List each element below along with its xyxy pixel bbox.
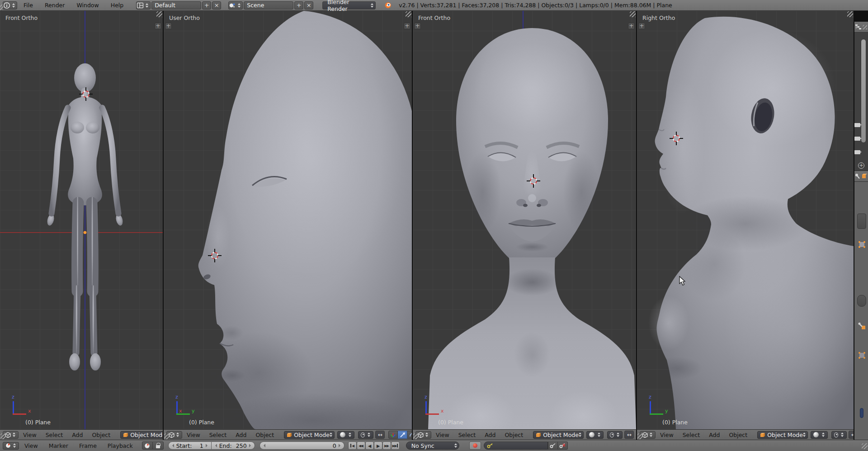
menu-window[interactable]: Window bbox=[71, 2, 104, 9]
mode-dropdown[interactable]: Object Mode bbox=[533, 431, 584, 439]
next-keyframe-button[interactable]: ▶▶ bbox=[382, 442, 391, 450]
outliner-body[interactable]: + bbox=[854, 33, 868, 171]
viewport-front-body[interactable]: Front Ortho z x (0) Plane + bbox=[0, 11, 164, 429]
viewport-shading-dropdown[interactable] bbox=[586, 431, 604, 439]
properties-capsule-widget[interactable] bbox=[857, 295, 866, 307]
area-corner-grip[interactable] bbox=[406, 11, 411, 17]
manipulator-toggle-button[interactable]: ↔ bbox=[624, 431, 634, 439]
area-corner-grip[interactable] bbox=[637, 433, 643, 439]
area-corner-grip[interactable] bbox=[156, 11, 162, 17]
render-engine-dropdown[interactable]: Blender Render bbox=[322, 1, 376, 9]
area-corner-grip[interactable] bbox=[862, 443, 868, 449]
menu-view[interactable]: View bbox=[19, 442, 43, 449]
translate-manipulator-button[interactable] bbox=[398, 431, 407, 439]
area-corner-grip[interactable] bbox=[0, 5, 3, 10]
preview-range-clock-button[interactable] bbox=[142, 442, 153, 450]
material-slot-widget[interactable] bbox=[860, 408, 863, 418]
mode-dropdown[interactable]: Object Mode bbox=[284, 431, 335, 439]
menu-playback[interactable]: Playback bbox=[102, 442, 138, 449]
menu-frame[interactable]: Frame bbox=[74, 442, 102, 449]
properties-stepper-widget[interactable] bbox=[857, 214, 866, 229]
delete-keyframe-button[interactable] bbox=[558, 442, 568, 450]
layout-delete-button[interactable]: × bbox=[212, 1, 221, 9]
increment-arrow-icon[interactable] bbox=[339, 444, 340, 447]
area-corner-grip[interactable] bbox=[164, 433, 170, 439]
lock-time-button[interactable] bbox=[153, 442, 164, 450]
scene-name-field[interactable]: Scene bbox=[244, 1, 293, 9]
auto-keyframe-record-button[interactable] bbox=[469, 442, 481, 450]
play-button[interactable]: ▶ bbox=[374, 442, 382, 450]
pivot-point-dropdown[interactable] bbox=[607, 431, 623, 439]
scene-icon-button[interactable] bbox=[228, 1, 243, 9]
decrement-arrow-icon[interactable] bbox=[215, 444, 217, 447]
jump-to-end-button[interactable]: ▶▶ bbox=[391, 442, 400, 450]
manipulator-toggle-button[interactable]: ↔ bbox=[849, 431, 854, 439]
decrement-arrow-icon[interactable] bbox=[264, 444, 265, 447]
menu-object[interactable]: Object bbox=[500, 432, 528, 438]
current-frame-field[interactable]: 0 bbox=[259, 442, 344, 450]
editor-type-timeline-button[interactable] bbox=[3, 442, 19, 450]
scene-add-button[interactable]: + bbox=[294, 1, 303, 9]
insert-keyframe-button[interactable] bbox=[548, 442, 558, 450]
expand-region-icon[interactable]: + bbox=[858, 162, 864, 169]
play-reverse-button[interactable]: ◀ bbox=[365, 442, 374, 450]
menu-view[interactable]: View bbox=[182, 432, 205, 438]
menu-marker[interactable]: Marker bbox=[43, 442, 74, 449]
scene-delete-button[interactable]: × bbox=[304, 1, 313, 9]
area-corner-grip[interactable] bbox=[0, 433, 6, 439]
frame-end-field[interactable]: End: 250 bbox=[212, 442, 255, 450]
manipulator-axes-button[interactable] bbox=[388, 431, 398, 439]
menu-help[interactable]: Help bbox=[105, 2, 129, 9]
active-keying-set-field[interactable] bbox=[484, 442, 548, 450]
pivot-point-dropdown[interactable] bbox=[831, 431, 847, 439]
increment-arrow-icon[interactable] bbox=[249, 444, 251, 447]
menu-render[interactable]: Render bbox=[39, 2, 71, 9]
menu-view[interactable]: View bbox=[19, 432, 41, 438]
pivot-point-dropdown[interactable] bbox=[358, 431, 373, 439]
viewport-shading-dropdown[interactable] bbox=[811, 431, 828, 439]
menu-object[interactable]: Object bbox=[251, 432, 278, 438]
menu-add[interactable]: Add bbox=[67, 432, 87, 438]
increment-arrow-icon[interactable] bbox=[206, 444, 208, 447]
manipulator-toggle-button[interactable]: ↔ bbox=[375, 431, 385, 439]
region-expand-button[interactable]: + bbox=[628, 23, 635, 29]
viewport-shading-dropdown[interactable] bbox=[337, 431, 354, 439]
area-corner-grip[interactable] bbox=[863, 25, 867, 29]
frame-start-field[interactable]: Start: 1 bbox=[168, 442, 212, 450]
region-expand-button[interactable]: + bbox=[165, 23, 172, 29]
menu-select[interactable]: Select bbox=[41, 432, 68, 438]
properties-body[interactable] bbox=[854, 182, 868, 449]
layout-add-button[interactable]: + bbox=[202, 1, 211, 9]
menu-select[interactable]: Select bbox=[205, 432, 231, 438]
menu-view[interactable]: View bbox=[431, 432, 454, 438]
region-expand-button[interactable]: + bbox=[638, 23, 645, 29]
screen-layout-icon-button[interactable] bbox=[136, 1, 151, 9]
menu-add[interactable]: Add bbox=[480, 432, 500, 438]
menu-object[interactable]: Object bbox=[87, 432, 115, 438]
editor-type-info-button[interactable] bbox=[3, 1, 17, 9]
decrement-arrow-icon[interactable] bbox=[172, 444, 174, 447]
previous-keyframe-button[interactable]: ◀◀ bbox=[357, 442, 365, 450]
region-expand-button[interactable]: + bbox=[414, 23, 421, 29]
menu-file[interactable]: File bbox=[18, 2, 38, 9]
menu-object[interactable]: Object bbox=[724, 432, 752, 438]
region-expand-button[interactable]: + bbox=[404, 23, 410, 29]
jump-to-start-button[interactable]: ◀ bbox=[348, 442, 357, 450]
region-expand-button[interactable]: + bbox=[155, 23, 161, 29]
area-corner-grip[interactable] bbox=[413, 433, 419, 439]
properties-header[interactable] bbox=[854, 171, 868, 182]
menu-select[interactable]: Select bbox=[678, 432, 705, 438]
mode-dropdown[interactable]: Object Mode bbox=[120, 431, 164, 439]
rotate-manipulator-button[interactable] bbox=[407, 431, 413, 439]
mode-dropdown[interactable]: Object Mode bbox=[757, 431, 808, 439]
outliner-header[interactable] bbox=[854, 22, 868, 33]
viewport-user-profile[interactable]: User Ortho z x y (0) Plane + + bbox=[164, 11, 413, 429]
menu-select[interactable]: Select bbox=[454, 432, 481, 438]
menu-view[interactable]: View bbox=[656, 432, 678, 438]
menu-add[interactable]: Add bbox=[704, 432, 724, 438]
outliner-scrollbar[interactable] bbox=[861, 39, 866, 143]
area-corner-grip[interactable] bbox=[630, 11, 636, 17]
area-corner-grip[interactable] bbox=[847, 11, 853, 17]
av-sync-dropdown[interactable]: No Sync bbox=[406, 442, 459, 450]
viewport-front-head[interactable]: Front Ortho z x (0) Plane + + bbox=[413, 11, 637, 429]
